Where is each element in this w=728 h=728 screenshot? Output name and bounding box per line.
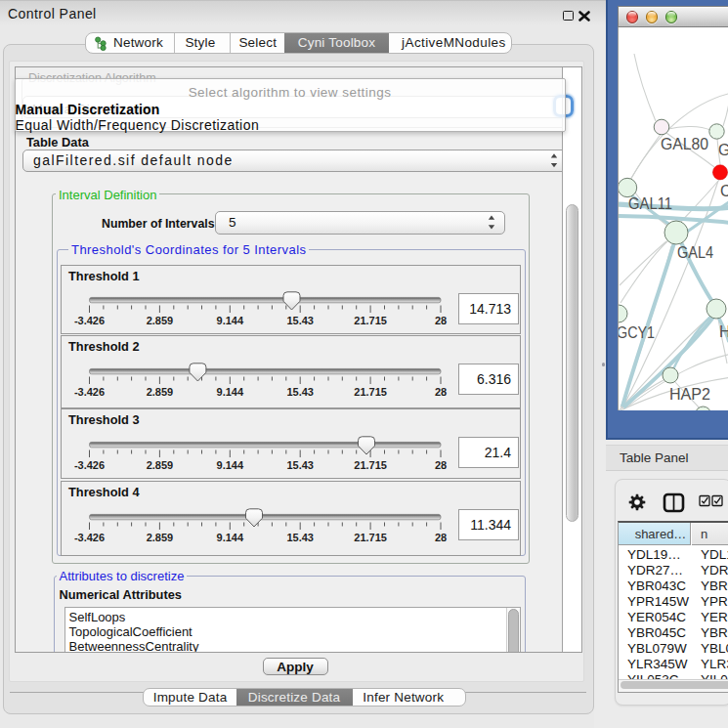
svg-text:28: 28 — [435, 531, 447, 542]
svg-text:15.43: 15.43 — [286, 531, 314, 542]
svg-text:-3.426: -3.426 — [74, 385, 105, 397]
svg-text:28: 28 — [435, 385, 447, 397]
svg-text:15.43: 15.43 — [286, 458, 314, 470]
svg-text:15.43: 15.43 — [286, 385, 314, 397]
svg-text:9.144: 9.144 — [217, 531, 244, 542]
svg-text:HI: HI — [719, 323, 728, 340]
svg-text:9.144: 9.144 — [217, 458, 244, 470]
svg-text:-3.426: -3.426 — [74, 531, 105, 542]
svg-text:21.715: 21.715 — [354, 315, 387, 326]
svg-text:GAL80: GAL80 — [661, 136, 708, 152]
svg-text:GCY1: GCY1 — [619, 324, 655, 341]
svg-text:2.859: 2.859 — [147, 315, 174, 326]
svg-text:-3.426: -3.426 — [74, 315, 105, 326]
svg-text:GAL11: GAL11 — [628, 195, 672, 212]
svg-text:2.859: 2.859 — [147, 385, 174, 397]
svg-text:15.43: 15.43 — [286, 315, 314, 326]
svg-text:21.715: 21.715 — [354, 385, 387, 397]
svg-text:21.715: 21.715 — [354, 458, 387, 470]
svg-text:21.715: 21.715 — [354, 531, 387, 542]
svg-text:9.144: 9.144 — [217, 315, 244, 326]
svg-text:CD: CD — [720, 183, 728, 199]
svg-text:2.859: 2.859 — [147, 531, 174, 542]
svg-text:9.144: 9.144 — [217, 385, 244, 397]
svg-text:2.859: 2.859 — [147, 458, 174, 470]
svg-text:HAP2: HAP2 — [669, 386, 710, 403]
svg-text:GAL4: GAL4 — [677, 244, 713, 261]
svg-text:28: 28 — [435, 315, 447, 326]
svg-text:-3.426: -3.426 — [74, 458, 105, 470]
svg-text:28: 28 — [435, 458, 447, 470]
svg-text:GA: GA — [718, 142, 728, 158]
